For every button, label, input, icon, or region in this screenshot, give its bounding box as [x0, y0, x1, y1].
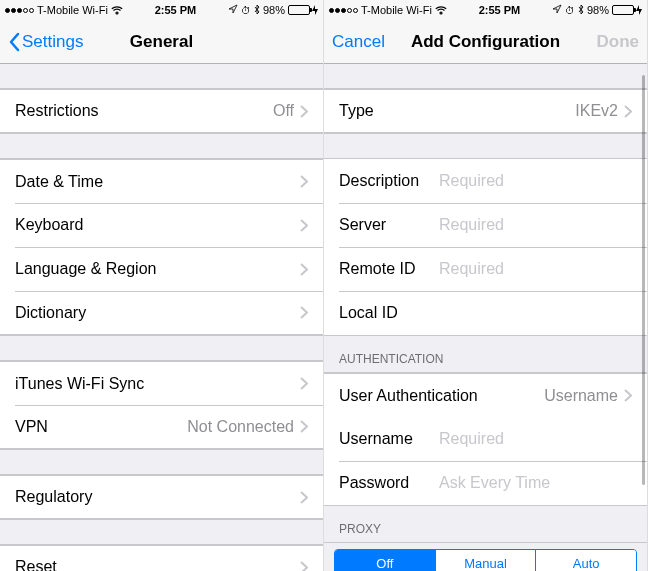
- group-type: Type IKEv2: [324, 88, 647, 134]
- row-server[interactable]: Server: [324, 203, 647, 247]
- cell-language-region[interactable]: Language & Region: [0, 247, 323, 291]
- password-input[interactable]: [439, 474, 639, 492]
- cell-restrictions[interactable]: Restrictions Off: [0, 89, 323, 133]
- local-id-input[interactable]: [439, 304, 639, 322]
- field-label: Local ID: [339, 304, 439, 322]
- nav-bar: Cancel Add Configuration Done: [324, 20, 647, 64]
- chevron-right-icon: [300, 306, 308, 319]
- scroll-indicator: [642, 75, 645, 485]
- chevron-right-icon: [300, 105, 308, 118]
- status-time: 2:55 PM: [155, 4, 197, 16]
- nav-bar: Settings General: [0, 20, 323, 64]
- group-restrictions: Restrictions Off: [0, 88, 323, 134]
- status-bar: T-Mobile Wi-Fi 2:55 PM ⏱ 98%: [324, 0, 647, 20]
- cell-reset[interactable]: Reset: [0, 545, 323, 571]
- chevron-right-icon: [300, 561, 308, 572]
- chevron-right-icon: [300, 377, 308, 390]
- field-label: Description: [339, 172, 439, 190]
- proxy-header: Proxy: [324, 506, 647, 542]
- cell-label: Regulatory: [15, 488, 92, 506]
- group-proxy: Off Manual Auto: [324, 542, 647, 571]
- row-username[interactable]: Username: [324, 417, 647, 461]
- group-auth: User Authentication Username Username Pa…: [324, 372, 647, 506]
- location-icon: [552, 4, 562, 16]
- cell-value: IKEv2: [575, 102, 618, 120]
- bluetooth-icon: [254, 4, 260, 17]
- cell-vpn[interactable]: VPN Not Connected: [0, 405, 323, 449]
- content-scroll[interactable]: Restrictions Off Date & Time Keyboard La…: [0, 64, 323, 571]
- row-local-id[interactable]: Local ID: [324, 291, 647, 335]
- proxy-seg-manual[interactable]: Manual: [436, 550, 537, 571]
- cell-date-time[interactable]: Date & Time: [0, 159, 323, 203]
- back-button[interactable]: Settings: [8, 32, 83, 52]
- chevron-right-icon: [300, 263, 308, 276]
- proxy-segmented[interactable]: Off Manual Auto: [334, 549, 637, 571]
- wifi-icon: [111, 6, 123, 15]
- content-scroll[interactable]: Type IKEv2 Description Server Remote ID …: [324, 64, 647, 571]
- cell-value: Off: [273, 102, 294, 120]
- back-label: Settings: [22, 32, 83, 52]
- carrier-label: T-Mobile Wi-Fi: [37, 4, 108, 16]
- cell-user-authentication[interactable]: User Authentication Username: [324, 373, 647, 417]
- battery-icon: [612, 5, 642, 15]
- bluetooth-icon: [578, 4, 584, 17]
- battery-percent: 98%: [587, 4, 609, 16]
- row-remote-id[interactable]: Remote ID: [324, 247, 647, 291]
- done-button[interactable]: Done: [579, 32, 639, 52]
- cell-label: iTunes Wi-Fi Sync: [15, 375, 144, 393]
- description-input[interactable]: [439, 172, 639, 190]
- group-reset: Reset: [0, 544, 323, 571]
- cancel-button[interactable]: Cancel: [332, 32, 392, 52]
- field-label: Username: [339, 430, 439, 448]
- alarm-icon: ⏱: [565, 5, 575, 16]
- group-sync: iTunes Wi-Fi Sync VPN Not Connected: [0, 360, 323, 450]
- row-password[interactable]: Password: [324, 461, 647, 505]
- signal-strength-icon: [5, 8, 34, 13]
- charging-icon: [636, 5, 642, 15]
- chevron-right-icon: [300, 219, 308, 232]
- battery-icon: [288, 5, 318, 15]
- status-right: ⏱ 98%: [228, 4, 318, 17]
- screen-add-configuration: T-Mobile Wi-Fi 2:55 PM ⏱ 98% Cancel Add …: [324, 0, 648, 571]
- field-label: Server: [339, 216, 439, 234]
- chevron-right-icon: [624, 105, 632, 118]
- battery-percent: 98%: [263, 4, 285, 16]
- group-server: Description Server Remote ID Local ID: [324, 158, 647, 336]
- cell-itunes-sync[interactable]: iTunes Wi-Fi Sync: [0, 361, 323, 405]
- chevron-left-icon: [8, 32, 20, 52]
- cell-dictionary[interactable]: Dictionary: [0, 291, 323, 335]
- screen-general: T-Mobile Wi-Fi 2:55 PM ⏱ 98% Settings: [0, 0, 324, 571]
- cell-value: Username: [544, 387, 618, 405]
- status-time: 2:55 PM: [479, 4, 521, 16]
- cell-regulatory[interactable]: Regulatory: [0, 475, 323, 519]
- status-left: T-Mobile Wi-Fi: [5, 4, 123, 16]
- proxy-seg-off[interactable]: Off: [335, 550, 436, 571]
- chevron-right-icon: [300, 491, 308, 504]
- group-regulatory: Regulatory: [0, 474, 323, 520]
- chevron-right-icon: [300, 175, 308, 188]
- location-icon: [228, 4, 238, 16]
- status-left: T-Mobile Wi-Fi: [329, 4, 447, 16]
- proxy-seg-auto[interactable]: Auto: [536, 550, 636, 571]
- remote-id-input[interactable]: [439, 260, 639, 278]
- status-right: ⏱ 98%: [552, 4, 642, 17]
- field-label: Remote ID: [339, 260, 439, 278]
- cell-label: Reset: [15, 558, 57, 571]
- cell-type[interactable]: Type IKEv2: [324, 89, 647, 133]
- cell-keyboard[interactable]: Keyboard: [0, 203, 323, 247]
- field-label: Password: [339, 474, 439, 492]
- cell-label: Restrictions: [15, 102, 99, 120]
- cell-label: Keyboard: [15, 216, 84, 234]
- signal-strength-icon: [329, 8, 358, 13]
- cell-label: Language & Region: [15, 260, 156, 278]
- username-input[interactable]: [439, 430, 639, 448]
- auth-header: Authentication: [324, 336, 647, 372]
- wifi-icon: [435, 6, 447, 15]
- cell-label: Date & Time: [15, 173, 103, 191]
- status-bar: T-Mobile Wi-Fi 2:55 PM ⏱ 98%: [0, 0, 323, 20]
- server-input[interactable]: [439, 216, 639, 234]
- cell-label: VPN: [15, 418, 48, 436]
- cell-label: User Authentication: [339, 387, 478, 405]
- chevron-right-icon: [624, 389, 632, 402]
- row-description[interactable]: Description: [324, 159, 647, 203]
